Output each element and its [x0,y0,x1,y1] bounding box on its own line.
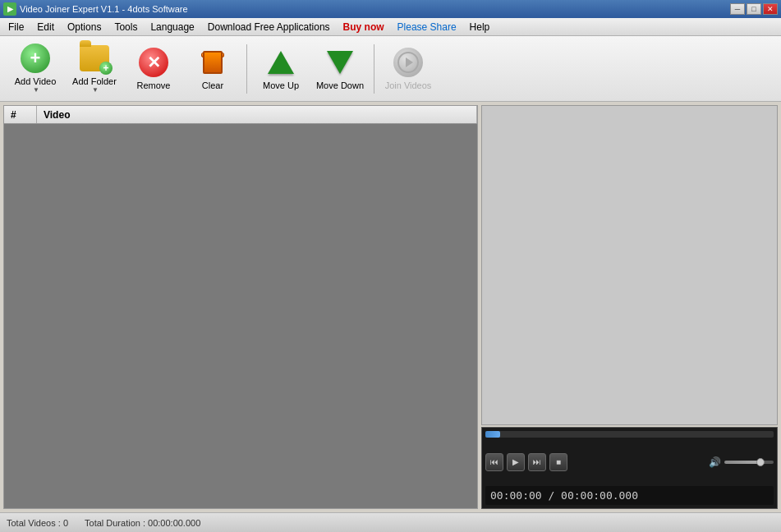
clear-label: Clear [202,80,223,90]
move-down-button[interactable]: Move Down [311,40,369,98]
toolbar-separator-1 [246,44,247,94]
menu-help[interactable]: Help [463,19,497,35]
close-button[interactable]: ✕ [763,3,778,15]
add-folder-plus-icon: + [99,62,113,75]
media-player: ⏮ ▶ ⏭ ■ 🔊 00:00:00 / 00:00:00.000 [481,427,778,509]
maximize-button[interactable]: □ [747,3,761,15]
menubar: File Edit Options Tools Language Downloa… [0,18,781,36]
skip-forward-button[interactable]: ⏭ [528,453,546,471]
add-video-icon [21,44,50,73]
move-up-icon [266,48,296,77]
clear-icon [198,48,227,77]
total-videos-status: Total Videos : 0 [7,518,68,528]
join-videos-icon [393,48,423,77]
add-folder-icon: + [80,44,109,73]
app-icon: ▶ [3,2,16,16]
main-content: # Video ⏮ ▶ ⏭ ■ 🔊 [0,102,781,512]
move-down-icon [325,48,355,77]
svg-marker-1 [406,57,413,67]
menu-download[interactable]: Download Free Applications [201,19,337,35]
play-button[interactable]: ▶ [507,453,525,471]
move-up-button[interactable]: Move Up [252,40,310,98]
column-header-num: # [4,106,37,123]
progress-bar-fill [485,431,500,438]
menu-file[interactable]: File [2,19,30,35]
join-videos-label: Join Videos [385,80,432,90]
add-video-dropdown-arrow: ▼ [33,86,39,94]
add-video-label: Add Video [15,76,57,86]
menu-edit[interactable]: Edit [30,19,61,35]
volume-slider[interactable] [724,461,774,464]
statusbar: Total Videos : 0 Total Duration : 00:00:… [0,512,781,532]
window-controls: ─ □ ✕ [730,3,778,15]
column-header-video: Video [37,106,477,123]
total-duration-status: Total Duration : 00:00:00.000 [85,518,200,528]
add-folder-label: Add Folder [72,76,117,86]
timecode-display: 00:00:00 / 00:00:00.000 [485,486,774,505]
menu-language[interactable]: Language [144,19,200,35]
move-down-label: Move Down [316,80,364,90]
minimize-button[interactable]: ─ [730,3,745,15]
volume-knob [756,458,765,466]
video-list-body[interactable] [4,124,477,508]
titlebar: ▶ Video Joiner Expert V1.1 - 4dots Softw… [0,0,781,18]
progress-bar[interactable] [485,431,774,438]
volume-control: 🔊 [709,456,774,468]
join-videos-button[interactable]: Join Videos [379,40,437,98]
add-video-button[interactable]: Add Video▼ [7,40,64,98]
stop-button[interactable]: ■ [549,453,567,471]
list-header: # Video [4,106,477,124]
remove-button[interactable]: ✕ Remove [125,40,182,98]
menu-pleaseshare[interactable]: Please Share [391,19,463,35]
video-preview [481,105,778,425]
move-up-label: Move Up [263,80,299,90]
app-title: Video Joiner Expert V1.1 - 4dots Softwar… [20,4,730,14]
remove-icon: ✕ [139,48,168,77]
menu-buynow[interactable]: Buy now [337,19,391,35]
volume-icon: 🔊 [709,456,721,468]
skip-back-button[interactable]: ⏮ [485,453,503,471]
menu-tools[interactable]: Tools [108,19,144,35]
video-list-panel: # Video [3,105,478,509]
remove-label: Remove [137,80,171,90]
player-controls: ⏮ ▶ ⏭ ■ 🔊 [485,452,774,473]
transport-controls: ⏮ ▶ ⏭ ■ [485,453,567,471]
clear-button[interactable]: Clear [184,40,241,98]
add-folder-button[interactable]: + Add Folder▼ [66,40,123,98]
toolbar-separator-2 [374,44,374,94]
right-panel: ⏮ ▶ ⏭ ■ 🔊 00:00:00 / 00:00:00.000 [481,105,778,509]
menu-options[interactable]: Options [61,19,108,35]
add-folder-dropdown-arrow: ▼ [92,86,99,94]
toolbar: Add Video▼ + Add Folder▼ ✕ Remove Clear [0,36,781,102]
